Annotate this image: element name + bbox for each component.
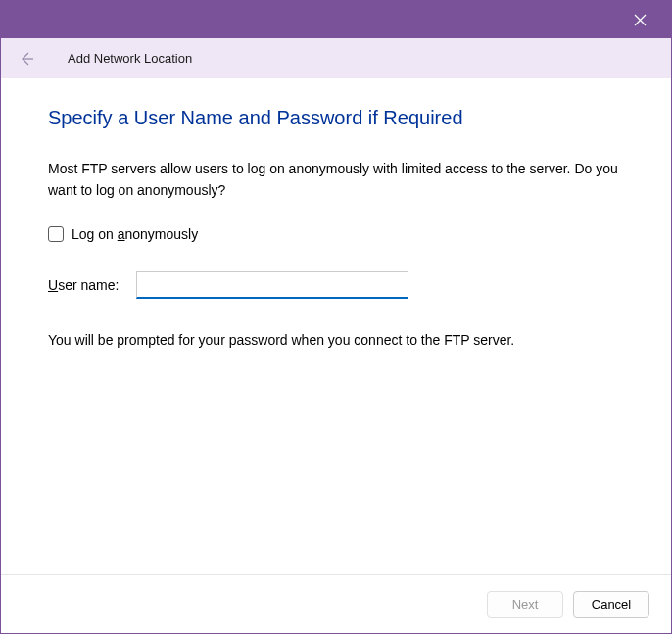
- back-button: [15, 47, 38, 71]
- header-title: Add Network Location: [68, 51, 192, 66]
- page-heading: Specify a User Name and Password if Requ…: [48, 107, 624, 129]
- username-label: User name:: [48, 277, 136, 293]
- username-row: User name:: [48, 271, 624, 299]
- wizard-footer: Next Cancel: [1, 574, 671, 633]
- close-icon: [634, 14, 647, 26]
- close-button[interactable]: [620, 5, 659, 34]
- wizard-content: Specify a User Name and Password if Requ…: [1, 79, 671, 574]
- back-arrow-icon: [19, 51, 34, 67]
- wizard-header: Add Network Location: [1, 38, 671, 79]
- anonymous-checkbox-row: Log on anonymously: [48, 226, 624, 242]
- description-text: Most FTP servers allow users to log on a…: [48, 159, 624, 201]
- next-button[interactable]: Next: [487, 591, 563, 618]
- password-note: You will be prompted for your password w…: [48, 332, 624, 348]
- anonymous-checkbox[interactable]: [48, 226, 64, 242]
- titlebar: [1, 1, 671, 38]
- wizard-window: Add Network Location Specify a User Name…: [0, 0, 672, 634]
- cancel-button[interactable]: Cancel: [573, 591, 649, 618]
- anonymous-checkbox-label[interactable]: Log on anonymously: [72, 226, 198, 242]
- username-input[interactable]: [136, 271, 408, 299]
